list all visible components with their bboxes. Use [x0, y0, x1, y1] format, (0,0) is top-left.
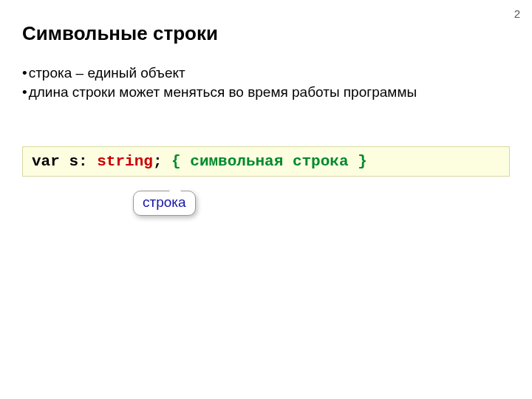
code-token-spacer [162, 153, 171, 170]
bullet-text: длина строки может меняться во время раб… [29, 83, 510, 102]
slide-title: Символьные строки [22, 22, 218, 45]
code-token-type: string [97, 153, 153, 170]
callout-label: строка [133, 191, 196, 216]
code-block: var s: string; { символьная строка } [22, 146, 510, 177]
bullet-text: строка – единый объект [29, 64, 510, 83]
code-token-keyword: var [32, 153, 60, 170]
code-token-colon: : [78, 153, 97, 170]
bullet-marker: • [22, 64, 27, 83]
bullet-marker: • [22, 83, 27, 102]
bullet-item: • строка – единый объект [22, 64, 510, 83]
code-token-comment: { символьная строка } [171, 153, 367, 170]
bullet-list: • строка – единый объект • длина строки … [22, 64, 510, 101]
bullet-item: • длина строки может меняться во время р… [22, 83, 510, 102]
code-token-ident: s [60, 153, 78, 170]
page-number: 2 [514, 7, 520, 20]
code-token-semi: ; [153, 153, 163, 170]
